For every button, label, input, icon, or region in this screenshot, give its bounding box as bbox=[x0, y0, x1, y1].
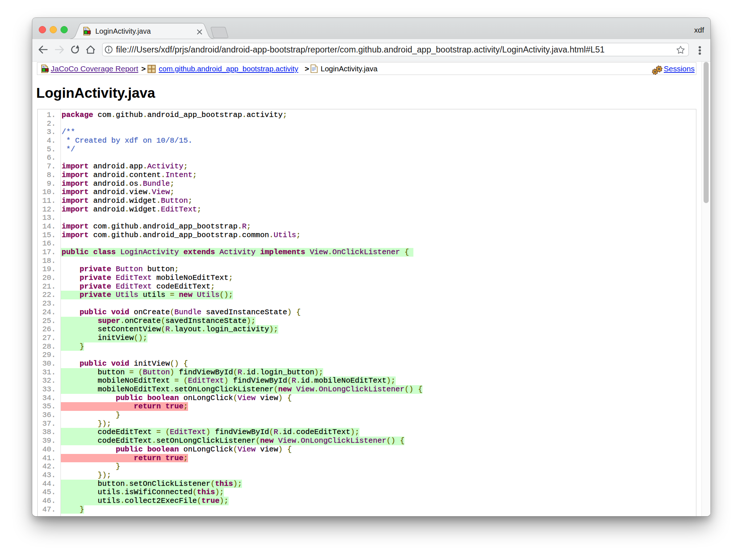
svg-text:xdf: xdf bbox=[694, 26, 704, 34]
svg-text:LoginActivity.java: LoginActivity.java bbox=[95, 27, 151, 35]
svg-text:file:///Users/xdf/prjs/android: file:///Users/xdf/prjs/android/android-a… bbox=[116, 45, 605, 54]
